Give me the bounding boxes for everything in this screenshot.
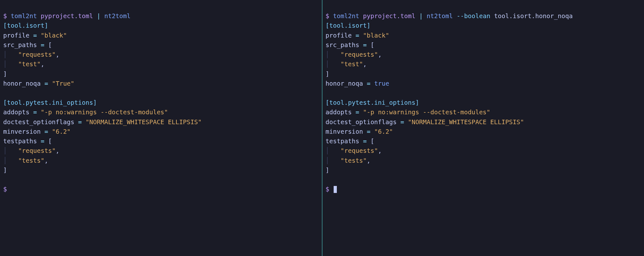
- bracket-open: [: [370, 138, 374, 145]
- prompt-symbol: $: [3, 186, 7, 193]
- command-nt2toml: nt2toml: [427, 12, 453, 20]
- indent-guide: │: [326, 60, 341, 68]
- equals-sign: =: [41, 41, 44, 49]
- toml-key: profile: [326, 32, 352, 39]
- bracket-close: ]: [326, 167, 329, 174]
- toml-string: "black": [363, 32, 389, 39]
- terminal-pane-right[interactable]: $ toml2nt pyproject.toml | nt2toml --boo…: [322, 0, 644, 256]
- command-toml2nt: toml2nt: [333, 12, 359, 20]
- toml-section-header: [tool.pytest.ini_options]: [326, 99, 419, 106]
- indent-guide: │: [326, 157, 341, 164]
- bracket-open: [: [48, 41, 52, 49]
- comma: ,: [367, 157, 371, 164]
- bracket-open: [: [370, 41, 374, 49]
- comma: ,: [56, 147, 59, 154]
- indent-guide: │: [3, 147, 18, 154]
- pipe-symbol: |: [419, 12, 423, 20]
- toml-string: "-p no:warnings --doctest-modules": [363, 109, 490, 116]
- equals-sign: =: [367, 128, 371, 135]
- toml-string: "requests": [340, 51, 378, 58]
- equals-sign: =: [355, 32, 359, 39]
- toml-string: "test": [340, 60, 363, 68]
- toml-key: profile: [3, 32, 29, 39]
- toml-string: "tests": [340, 157, 366, 164]
- prompt-symbol: $: [326, 186, 329, 193]
- prompt-symbol: $: [3, 12, 7, 20]
- command-toml2nt: toml2nt: [11, 12, 37, 20]
- indent-guide: │: [3, 60, 18, 68]
- command-nt2toml: nt2toml: [104, 12, 130, 20]
- toml-string: "black": [41, 32, 67, 39]
- toml-key: testpaths: [326, 138, 359, 145]
- pipe-symbol: |: [97, 12, 101, 20]
- command-flag-value: tool.isort.honor_noqa: [494, 12, 573, 20]
- cursor-icon: [334, 186, 337, 193]
- equals-sign: =: [363, 41, 367, 49]
- toml-string: "NORMALIZE_WHITESPACE ELLIPSIS": [85, 118, 202, 126]
- command-arg: pyproject.toml: [41, 12, 93, 20]
- indent-guide: │: [326, 147, 341, 154]
- bracket-close: ]: [326, 70, 329, 78]
- comma: ,: [378, 51, 382, 58]
- toml-string: "test": [18, 60, 41, 68]
- bracket-close: ]: [3, 167, 7, 174]
- toml-key: minversion: [3, 128, 41, 135]
- toml-string: "True": [52, 80, 74, 87]
- bracket-open: [: [48, 138, 52, 145]
- terminal-pane-left[interactable]: $ toml2nt pyproject.toml | nt2toml [tool…: [0, 0, 322, 256]
- toml-string: "requests": [18, 51, 56, 58]
- equals-sign: =: [33, 109, 37, 116]
- equals-sign: =: [363, 138, 367, 145]
- equals-sign: =: [400, 118, 404, 126]
- toml-string: "6.2": [374, 128, 393, 135]
- indent-guide: │: [3, 157, 18, 164]
- comma: ,: [363, 60, 367, 68]
- toml-section-header: [tool.isort]: [3, 22, 48, 29]
- indent-guide: │: [326, 51, 341, 58]
- toml-key: doctest_optionflags: [3, 118, 74, 126]
- comma: ,: [378, 147, 382, 154]
- toml-key: honor_noqa: [3, 80, 41, 87]
- comma: ,: [44, 157, 48, 164]
- command-arg: pyproject.toml: [363, 12, 415, 20]
- toml-key: addopts: [3, 109, 29, 116]
- toml-string: "-p no:warnings --doctest-modules": [41, 109, 168, 116]
- equals-sign: =: [41, 138, 44, 145]
- comma: ,: [56, 51, 59, 58]
- toml-key: src_paths: [326, 41, 359, 49]
- equals-sign: =: [78, 118, 82, 126]
- toml-section-header: [tool.isort]: [326, 22, 371, 29]
- prompt-symbol: $: [326, 12, 329, 20]
- indent-guide: │: [3, 51, 18, 58]
- toml-key: minversion: [326, 128, 363, 135]
- toml-string: "requests": [18, 147, 56, 154]
- equals-sign: =: [44, 80, 48, 87]
- comma: ,: [41, 60, 44, 68]
- equals-sign: =: [44, 128, 48, 135]
- toml-section-header: [tool.pytest.ini_options]: [3, 99, 97, 106]
- toml-key: doctest_optionflags: [326, 118, 397, 126]
- bracket-close: ]: [3, 70, 7, 78]
- toml-string: "requests": [340, 147, 378, 154]
- equals-sign: =: [355, 109, 359, 116]
- toml-key: addopts: [326, 109, 352, 116]
- toml-key: testpaths: [3, 138, 37, 145]
- equals-sign: =: [367, 80, 371, 87]
- equals-sign: =: [33, 32, 37, 39]
- toml-key: honor_noqa: [326, 80, 363, 87]
- toml-string: "NORMALIZE_WHITESPACE ELLIPSIS": [408, 118, 524, 126]
- toml-string: "tests": [18, 157, 44, 164]
- command-flag: --boolean: [457, 12, 491, 20]
- toml-string: "6.2": [52, 128, 71, 135]
- toml-key: src_paths: [3, 41, 37, 49]
- toml-boolean: true: [374, 80, 389, 87]
